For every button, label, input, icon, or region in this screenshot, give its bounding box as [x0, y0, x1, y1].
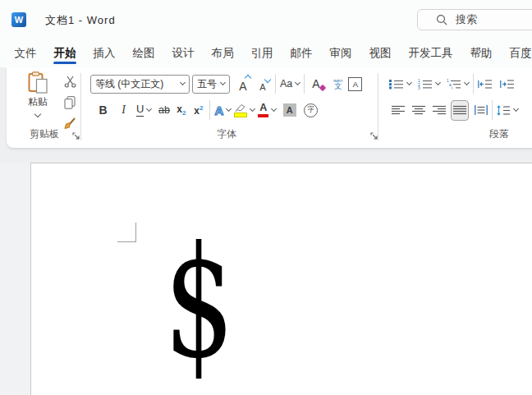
font-size-value: 五号: [197, 77, 217, 91]
character-border-icon: A: [348, 77, 362, 91]
phonetic-guide-button[interactable]: wén 文: [329, 74, 346, 94]
tab-file[interactable]: 文件: [6, 39, 45, 67]
multilevel-dropdown-chevron-icon[interactable]: [464, 79, 470, 85]
clipboard-dialog-launcher[interactable]: [71, 131, 82, 142]
increase-indent-icon: [500, 79, 515, 90]
character-shading-icon: A: [283, 103, 296, 117]
cut-scissors-icon: [64, 76, 76, 88]
distribute-button[interactable]: [472, 100, 489, 121]
tab-developer[interactable]: 开发工具: [400, 39, 461, 67]
superscript-button[interactable]: x2: [190, 100, 207, 121]
bullets-button[interactable]: [388, 74, 413, 94]
shrink-font-icon: A: [255, 76, 271, 92]
tab-help[interactable]: 帮助: [461, 39, 501, 67]
align-center-button[interactable]: [410, 100, 427, 121]
format-painter-button[interactable]: [61, 116, 79, 132]
search-bar[interactable]: 搜索: [417, 9, 532, 30]
clear-formatting-icon: A: [312, 78, 319, 90]
numbering-button[interactable]: 123: [416, 74, 442, 94]
divider: [304, 74, 305, 94]
tab-layout[interactable]: 布局: [203, 39, 242, 67]
highlight-color-button[interactable]: [232, 100, 256, 121]
line-spacing-dropdown-chevron-icon[interactable]: [513, 105, 519, 111]
change-case-button[interactable]: Aa: [278, 74, 301, 94]
character-shading-button[interactable]: A: [281, 100, 298, 121]
line-spacing-button[interactable]: [495, 100, 520, 121]
font-name-combobox[interactable]: 等线 (中文正文): [90, 75, 190, 94]
bullets-dropdown-chevron-icon[interactable]: [406, 79, 412, 85]
font-group: 等线 (中文正文) 五号 A A: [87, 70, 383, 145]
bold-button[interactable]: B: [94, 100, 112, 121]
dollar-character[interactable]: $: [164, 225, 235, 379]
svg-text:3: 3: [418, 86, 420, 90]
underline-dropdown-chevron-icon[interactable]: [146, 105, 152, 111]
paste-button[interactable]: 粘贴: [18, 71, 57, 127]
tab-view[interactable]: 视图: [360, 39, 400, 67]
enclose-characters-icon: 字: [304, 103, 318, 117]
enclose-characters-button[interactable]: 字: [302, 100, 319, 121]
grow-font-icon: A: [235, 76, 251, 92]
character-border-button[interactable]: A: [346, 74, 364, 94]
paste-label: 粘贴: [28, 95, 48, 109]
svg-text:i: i: [452, 86, 452, 90]
multilevel-list-icon: 1ai: [447, 79, 461, 90]
chevron-down-icon: [220, 79, 226, 85]
distribute-icon: [475, 105, 488, 115]
shrink-font-button[interactable]: A: [253, 74, 273, 94]
underline-button[interactable]: U: [135, 100, 153, 121]
paragraph-group-label: 段落: [489, 127, 509, 141]
align-left-button[interactable]: [389, 100, 406, 121]
decrease-indent-button[interactable]: [476, 74, 494, 94]
clear-formatting-button[interactable]: A: [307, 74, 324, 94]
cut-button[interactable]: [61, 73, 79, 90]
align-left-icon: [392, 105, 405, 115]
highlight-dropdown-chevron-icon[interactable]: [250, 105, 255, 111]
paste-clipboard-icon: [28, 71, 48, 94]
font-color-button[interactable]: A: [256, 100, 277, 121]
tab-draw[interactable]: 绘图: [124, 39, 163, 67]
strikethrough-button[interactable]: ab: [155, 100, 172, 121]
ribbon-tab-row: 文件 开始 插入 绘图 设计 布局 引用 邮件 审阅 视图 开发工具 帮助 百度…: [0, 39, 532, 67]
justify-button[interactable]: [451, 100, 469, 121]
multilevel-list-button[interactable]: 1ai: [445, 74, 470, 94]
tab-design[interactable]: 设计: [163, 39, 203, 67]
tab-mailings[interactable]: 邮件: [282, 39, 321, 67]
divider: [275, 74, 276, 94]
clipboard-group-label: 剪贴板: [30, 127, 59, 141]
grow-font-button[interactable]: A: [233, 74, 253, 94]
divider: [492, 100, 493, 120]
tab-home[interactable]: 开始: [45, 39, 85, 67]
increase-indent-button[interactable]: [498, 74, 516, 94]
tab-insert[interactable]: 插入: [85, 39, 124, 67]
document-title: 文档1 - Word: [45, 13, 116, 28]
subscript-icon: x2: [177, 104, 186, 117]
font-dialog-launcher[interactable]: [369, 131, 380, 142]
paragraph-group: 123 1ai: [384, 70, 532, 145]
decrease-indent-icon: [478, 79, 493, 90]
bold-icon: B: [99, 103, 107, 117]
font-size-combobox[interactable]: 五号: [192, 75, 230, 94]
tab-review[interactable]: 审阅: [321, 39, 360, 67]
copy-icon: [64, 96, 76, 109]
subscript-button[interactable]: x2: [172, 100, 190, 121]
numbering-dropdown-chevron-icon[interactable]: [435, 79, 441, 85]
tab-baidu-netdisk[interactable]: 百度网盘: [501, 39, 532, 67]
superscript-icon: x2: [194, 105, 203, 116]
justify-icon: [453, 105, 466, 115]
paste-dropdown-chevron-icon[interactable]: [34, 111, 41, 117]
word-app-icon: W: [11, 12, 26, 27]
strikethrough-icon: ab: [158, 104, 170, 116]
italic-icon: I: [122, 103, 126, 117]
italic-button[interactable]: I: [115, 100, 132, 121]
change-case-icon: Aa: [280, 78, 292, 90]
tab-references[interactable]: 引用: [242, 39, 282, 67]
align-right-button[interactable]: [430, 100, 447, 121]
document-text[interactable]: $: [164, 242, 235, 361]
text-effects-button[interactable]: A: [213, 100, 232, 121]
font-color-dropdown-chevron-icon[interactable]: [271, 105, 277, 111]
document-page[interactable]: $: [30, 163, 532, 395]
copy-button[interactable]: [61, 94, 79, 111]
format-painter-brush-icon: [63, 117, 76, 131]
search-icon: [436, 14, 447, 25]
highlighter-icon: [234, 103, 247, 117]
